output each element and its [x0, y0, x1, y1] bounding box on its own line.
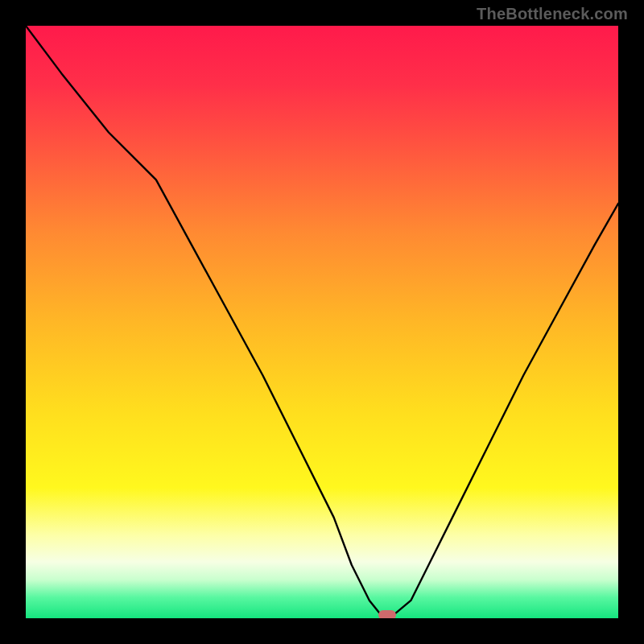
watermark-text: TheBottleneck.com	[477, 5, 628, 23]
optimal-marker	[378, 610, 396, 618]
bottleneck-curve	[26, 26, 618, 618]
plot-area	[26, 26, 618, 618]
chart-frame: TheBottleneck.com	[0, 0, 644, 644]
